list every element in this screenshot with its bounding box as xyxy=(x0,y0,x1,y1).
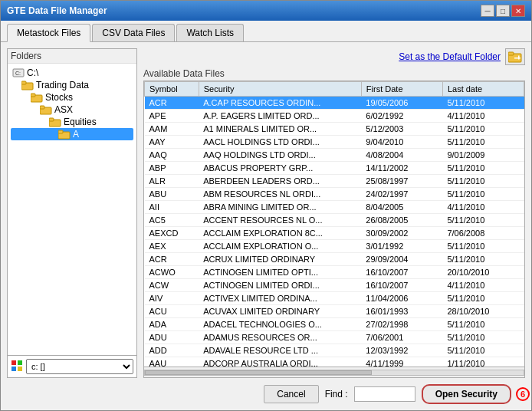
tab-csv[interactable]: CSV Data Files xyxy=(92,24,175,41)
table-row[interactable]: ACRACRUX LIMITED ORDINARY29/09/20045/11/… xyxy=(145,253,524,266)
cell-symbol: ADA xyxy=(145,318,199,331)
folder-item-trading[interactable]: Trading Data xyxy=(11,79,133,91)
close-button[interactable]: ✕ xyxy=(511,5,525,17)
col-header-first[interactable]: First Date xyxy=(361,82,442,97)
cell-symbol: ACWO xyxy=(145,266,199,279)
annotation-6: 6 xyxy=(516,387,530,401)
cell-last-date: 5/11/2010 xyxy=(442,214,524,227)
top-bar: Set as the Default Folder xyxy=(143,48,525,68)
cell-symbol: AEX xyxy=(145,240,199,253)
svg-rect-7 xyxy=(40,106,44,109)
available-files-label: Available Data Files xyxy=(143,68,525,81)
drive-dropdown[interactable]: c: [] xyxy=(26,359,133,374)
tab-watchlists[interactable]: Watch Lists xyxy=(176,24,244,41)
cell-first-date: 8/04/2005 xyxy=(361,201,442,214)
folder-item-c[interactable]: C: C:\ xyxy=(11,67,133,79)
folder-label-trading: Trading Data xyxy=(36,80,89,90)
svg-rect-19 xyxy=(518,56,520,60)
cell-last-date: 5/11/2010 xyxy=(442,240,524,253)
table-row[interactable]: ACWACTINOGEN LIMITED ORDI...16/10/20074/… xyxy=(145,279,524,292)
cell-first-date: 25/08/1997 xyxy=(361,175,442,188)
cell-symbol: AAM xyxy=(145,123,199,136)
cell-symbol: AEXCD xyxy=(145,227,199,240)
main-content: Folders C: C:\ xyxy=(1,42,531,384)
cell-last-date: 4/11/2010 xyxy=(442,201,524,214)
folder-icon-stocks xyxy=(31,92,43,103)
tab-metastock[interactable]: Metastock Files xyxy=(7,24,90,42)
bottom-bar: Cancel Find : Open Security 6 xyxy=(1,384,531,410)
table-row[interactable]: AIVACTIVEX LIMITED ORDINA...11/04/20065/… xyxy=(145,292,524,305)
window-title: GTE Data File Manager xyxy=(7,5,107,16)
folder-label-c: C:\ xyxy=(27,67,38,78)
folder-item-equities[interactable]: Equities xyxy=(11,116,133,128)
cell-first-date: 29/09/2004 xyxy=(361,253,442,266)
cell-symbol: ACR5 xyxy=(145,97,199,110)
browse-folder-button[interactable] xyxy=(505,48,525,65)
maximize-button[interactable]: □ xyxy=(496,5,510,17)
table-row[interactable]: ADUADAMUS RESOURCES OR...7/06/20015/11/2… xyxy=(145,331,524,344)
table-row[interactable]: AAQAAQ HOLDINGS LTD ORDI...4/08/20049/01… xyxy=(145,149,524,162)
cell-security: A.CAP RESOURCES ORDIN... xyxy=(199,97,361,110)
data-table: Symbol Security First Date Last date ACR… xyxy=(144,81,524,367)
table-row[interactable]: ABUABM RESOURCES NL ORDI...24/02/19975/1… xyxy=(145,188,524,201)
data-table-container: Symbol Security First Date Last date ACR… xyxy=(143,81,525,378)
table-row[interactable]: ABPABACUS PROPERTY GRP...14/11/20025/11/… xyxy=(145,162,524,175)
table-row[interactable]: AEXACCLAIM EXPLORATION O...3/01/19925/11… xyxy=(145,240,524,253)
cell-symbol: ABU xyxy=(145,188,199,201)
horizontal-scrollbar[interactable] xyxy=(144,367,524,377)
cell-symbol: AAY xyxy=(145,136,199,149)
table-row[interactable]: ADAADACEL TECHNOLOGIES O...27/02/19985/1… xyxy=(145,318,524,331)
table-row[interactable]: AEXCDACCLAIM EXPLORATION 8C...30/09/2002… xyxy=(145,227,524,240)
table-row[interactable]: ACR5A.CAP RESOURCES ORDIN...19/05/20065/… xyxy=(145,97,524,110)
cell-last-date: 5/11/2010 xyxy=(442,188,524,201)
find-input[interactable] xyxy=(354,386,415,402)
cell-last-date: 5/11/2010 xyxy=(442,331,524,344)
set-default-link[interactable]: Set as the Default Folder xyxy=(399,51,501,62)
cell-security: ADACEL TECHNOLOGIES O... xyxy=(199,318,361,331)
open-security-button[interactable]: Open Security xyxy=(422,384,511,404)
drive-icon: C: xyxy=(12,67,25,78)
cell-first-date: 5/12/2003 xyxy=(361,123,442,136)
cell-symbol: ACW xyxy=(145,279,199,292)
cell-first-date: 30/09/2002 xyxy=(361,227,442,240)
folder-panel: Folders C: C:\ xyxy=(7,48,137,378)
table-row[interactable]: AAMA1 MINERALS LIMITED OR...5/12/20035/1… xyxy=(145,123,524,136)
table-row[interactable]: ADDADAVALE RESOURCE LTD ...12/03/19925/1… xyxy=(145,344,524,357)
cell-symbol: AIV xyxy=(145,292,199,305)
table-row[interactable]: AIIABRA MINING LIMITED OR...8/04/20054/1… xyxy=(145,201,524,214)
table-row[interactable]: AAYAACL HOLDINGS LTD ORDI...9/04/20105/1… xyxy=(145,136,524,149)
table-row[interactable]: APEA.P. EAGERS LIMITED ORD...6/02/19924/… xyxy=(145,110,524,123)
minimize-button[interactable]: ─ xyxy=(481,5,494,17)
cell-first-date: 4/11/1999 xyxy=(361,357,442,367)
svg-rect-13 xyxy=(18,360,22,365)
table-scroll-area[interactable]: Symbol Security First Date Last date ACR… xyxy=(144,81,524,367)
folder-label-stocks: Stocks xyxy=(45,92,73,103)
table-row[interactable]: ALRABERDEEN LEADERS ORD...25/08/19975/11… xyxy=(145,175,524,188)
svg-rect-11 xyxy=(58,130,63,133)
folder-tree[interactable]: C: C:\ Trading Data xyxy=(8,64,136,355)
cell-security: ADAMUS RESOURCES OR... xyxy=(199,331,361,344)
cell-security: AAQ HOLDINGS LTD ORDI... xyxy=(199,149,361,162)
col-header-last[interactable]: Last date xyxy=(442,82,524,97)
col-header-symbol[interactable]: Symbol xyxy=(145,82,199,97)
cell-first-date: 6/02/1992 xyxy=(361,110,442,123)
cell-security: ACCLAIM EXPLORATION 8C... xyxy=(199,227,361,240)
folder-item-stocks[interactable]: Stocks xyxy=(11,91,133,104)
cell-security: ADCORP AUSTRALIA ORDI... xyxy=(199,357,361,367)
folder-label-asx: ASX xyxy=(54,104,73,115)
main-window: GTE Data File Manager ─ □ ✕ Metastock Fi… xyxy=(0,0,532,411)
cell-first-date: 11/04/2006 xyxy=(361,292,442,305)
folder-item-asx[interactable]: ASX xyxy=(11,104,133,116)
cell-symbol: AAQ xyxy=(145,149,199,162)
cell-last-date: 5/11/2010 xyxy=(442,162,524,175)
folder-item-a[interactable]: A 4 xyxy=(11,128,133,140)
drive-selector-area: c: [] xyxy=(8,355,136,377)
table-row[interactable]: ACUACUVAX LIMITED ORDINARY16/01/199328/1… xyxy=(145,305,524,318)
cell-first-date: 19/05/2006 xyxy=(361,97,442,110)
table-row[interactable]: AC5ACCENT RESOURCES NL O...26/08/20055/1… xyxy=(145,214,524,227)
cancel-button[interactable]: Cancel xyxy=(264,385,318,403)
table-row[interactable]: ACWOACTINOGEN LIMITED OPTI...16/10/20072… xyxy=(145,266,524,279)
col-header-security[interactable]: Security xyxy=(199,82,361,97)
table-row[interactable]: AAUADCORP AUSTRALIA ORDI...4/11/19991/11… xyxy=(145,357,524,367)
find-label: Find : xyxy=(325,389,348,399)
